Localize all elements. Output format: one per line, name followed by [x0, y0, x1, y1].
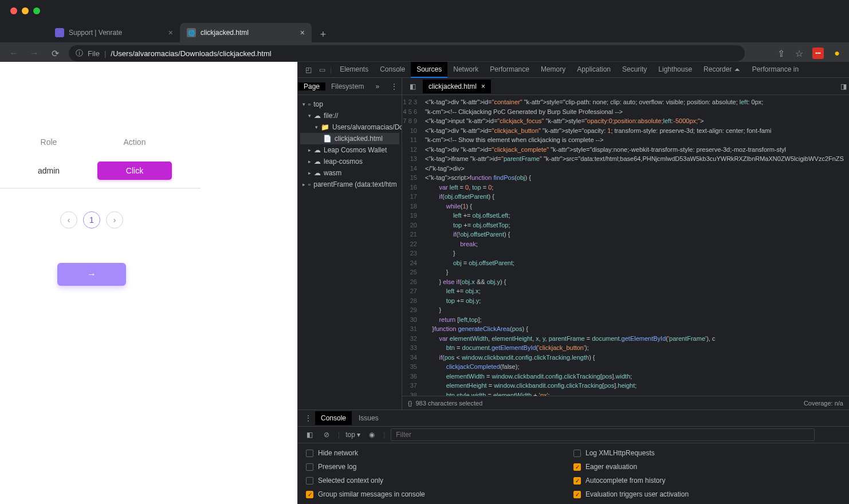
- favicon-icon: [55, 28, 64, 37]
- devtools-tab-memory[interactable]: Memory: [535, 62, 571, 78]
- page-tab[interactable]: Page: [298, 82, 325, 90]
- file-tab-name: clickjacked.html: [429, 82, 477, 90]
- drawer-console-tab[interactable]: Console: [315, 411, 352, 425]
- setting-autocomplete-from-history[interactable]: ✓Autocomplete from history: [573, 477, 841, 485]
- devtools-tab-elements[interactable]: Elements: [334, 62, 374, 78]
- tree-parentframe[interactable]: ▸▫ parentFrame (data:text/htm: [300, 179, 399, 190]
- tab-title: Support | Venrate: [69, 29, 122, 37]
- tab-clickjacked[interactable]: 🌐 clickjacked.html ×: [180, 23, 312, 42]
- tree-top[interactable]: ▾▫ top: [300, 99, 399, 110]
- devtools-panel: ◰ ▭ | ElementsConsoleSourcesNetworkPerfo…: [297, 62, 849, 504]
- tree-wasm[interactable]: ▸☁ wasm: [300, 167, 399, 179]
- sources-navigator: Page Filesystem » ⋮ ▾▫ top ▾☁ file:// ▾📁…: [298, 78, 402, 410]
- inspect-icon[interactable]: ◰: [302, 64, 314, 76]
- info-icon: ⓘ: [76, 48, 83, 58]
- filesystem-tab[interactable]: Filesystem: [325, 82, 370, 90]
- url-scheme: File: [88, 49, 100, 58]
- devtools-tab-network[interactable]: Network: [447, 62, 484, 78]
- click-button[interactable]: Click: [97, 162, 172, 180]
- share-icon[interactable]: ⇪: [776, 48, 786, 58]
- maximize-window-icon[interactable]: [33, 7, 40, 14]
- tree-leap-wallet[interactable]: ▸☁ Leap Cosmos Wallet: [300, 144, 399, 156]
- tab-title: clickjacked.html: [201, 29, 249, 37]
- code-content[interactable]: <"k-tag">div "k-attr">id="container" "k-…: [420, 95, 849, 396]
- bookmark-star-icon[interactable]: ☆: [794, 48, 804, 58]
- pagination: ‹ 1 ›: [0, 211, 201, 229]
- devtools-tab-application[interactable]: Application: [571, 62, 616, 78]
- prev-page-button[interactable]: ‹: [60, 211, 77, 229]
- editor-status-bar: {} 983 characters selected Coverage: n/a: [402, 396, 849, 410]
- close-tab-icon[interactable]: ×: [300, 28, 305, 37]
- reload-button[interactable]: ⟳: [48, 46, 62, 60]
- console-filter-input[interactable]: [391, 428, 815, 441]
- line-gutter: 1 2 3 4 5 6 7 8 9 10 11 12 13 14 15 16 1…: [402, 95, 420, 396]
- address-bar[interactable]: ⓘ File | /Users/alvaromacias/Downloads/c…: [69, 45, 745, 61]
- setting-preserve-log[interactable]: Preserve log: [306, 463, 573, 471]
- setting-group-similar-messages-in-console[interactable]: ✓Group similar messages in console: [306, 490, 573, 498]
- devtools-tab-performance[interactable]: Performance: [484, 62, 535, 78]
- tree-folder[interactable]: ▾📁 Users/alvaromacias/Dow: [300, 121, 399, 133]
- coverage-status: Coverage: n/a: [804, 400, 843, 407]
- cta-button[interactable]: →: [57, 263, 126, 286]
- devtools-tab-performance[interactable]: Performance in: [746, 62, 804, 78]
- file-tree: ▾▫ top ▾☁ file:// ▾📁 Users/alvaromacias/…: [298, 95, 402, 410]
- close-tab-icon[interactable]: ×: [168, 28, 173, 37]
- debugger-toggle-icon[interactable]: ◨: [838, 81, 849, 92]
- open-file-tab[interactable]: clickjacked.html ×: [423, 80, 491, 93]
- more-tabs-icon[interactable]: »: [370, 82, 385, 90]
- column-header-role: Role: [14, 137, 83, 147]
- devtools-tab-sources[interactable]: Sources: [411, 62, 447, 78]
- extension-icon[interactable]: ●: [832, 48, 842, 58]
- sidebar-toggle-icon[interactable]: ◧: [304, 429, 315, 440]
- devtools-tab-recorder[interactable]: Recorder ⏶: [698, 62, 746, 78]
- setting-hide-network[interactable]: Hide network: [306, 449, 573, 457]
- close-window-icon[interactable]: [10, 7, 17, 14]
- setting-selected-context-only[interactable]: Selected context only: [306, 477, 573, 485]
- minimize-window-icon[interactable]: [22, 7, 29, 14]
- clear-console-icon[interactable]: ⊘: [321, 429, 332, 440]
- window-titlebar: [0, 0, 849, 22]
- extension-icon[interactable]: •••: [812, 48, 824, 59]
- setting-evaluation-triggers-user-activation[interactable]: ✓Evaluation triggers user activation: [573, 490, 841, 498]
- setting-log-xmlhttprequests[interactable]: Log XMLHttpRequests: [573, 449, 841, 457]
- favicon-icon: 🌐: [187, 28, 196, 37]
- browser-tabs: Support | Venrate × 🌐 clickjacked.html ×…: [0, 22, 849, 42]
- tree-leap-cosmos[interactable]: ▸☁ leap-cosmos: [300, 156, 399, 167]
- context-selector[interactable]: top ▾: [345, 431, 360, 439]
- table-row: ne admin Click: [0, 153, 201, 188]
- eye-icon[interactable]: ◉: [366, 429, 378, 440]
- next-page-button[interactable]: ›: [106, 211, 123, 229]
- tree-file-origin[interactable]: ▾☁ file://: [300, 110, 399, 121]
- cell-name: ne: [0, 166, 14, 175]
- devtools-tab-lighthouse[interactable]: Lighthouse: [653, 62, 698, 78]
- devtools-tabs: ◰ ▭ | ElementsConsoleSourcesNetworkPerfo…: [298, 62, 849, 78]
- menu-icon[interactable]: ⋮: [385, 82, 403, 90]
- url-path: /Users/alvaromacias/Downloads/clickjacke…: [111, 49, 271, 58]
- page-number[interactable]: 1: [83, 211, 100, 229]
- devtools-tab-security[interactable]: Security: [616, 62, 653, 78]
- forward-button[interactable]: →: [27, 46, 41, 60]
- setting-eager-evaluation[interactable]: ✓Eager evaluation: [573, 463, 841, 471]
- devtools-tab-console[interactable]: Console: [374, 62, 411, 78]
- drawer-menu-icon[interactable]: ⋮: [302, 412, 314, 424]
- cell-role: admin: [14, 166, 83, 175]
- new-tab-button[interactable]: +: [315, 26, 331, 42]
- navigator-toggle-icon[interactable]: ◧: [407, 81, 418, 92]
- back-button[interactable]: ←: [7, 46, 21, 60]
- tree-file-clickjacked[interactable]: 📄 clickjacked.html: [300, 133, 399, 144]
- selection-status: 983 characters selected: [415, 400, 482, 407]
- rendered-page: Role Action ne admin Click ‹ 1 › →: [0, 62, 297, 504]
- sources-editor: ◧ clickjacked.html × ◨ 1 2 3 4 5 6 7 8 9…: [402, 78, 849, 410]
- drawer-issues-tab[interactable]: Issues: [353, 411, 384, 425]
- close-file-icon[interactable]: ×: [481, 82, 485, 90]
- devtools-drawer: ⋮ Console Issues ◧ ⊘ | top ▾ ◉ | Hide ne…: [298, 410, 849, 504]
- device-toggle-icon[interactable]: ▭: [316, 64, 328, 76]
- browser-toolbar: ← → ⟳ ⓘ File | /Users/alvaromacias/Downl…: [0, 42, 849, 64]
- tab-venrate[interactable]: Support | Venrate ×: [48, 23, 180, 42]
- column-header-action: Action: [83, 137, 186, 147]
